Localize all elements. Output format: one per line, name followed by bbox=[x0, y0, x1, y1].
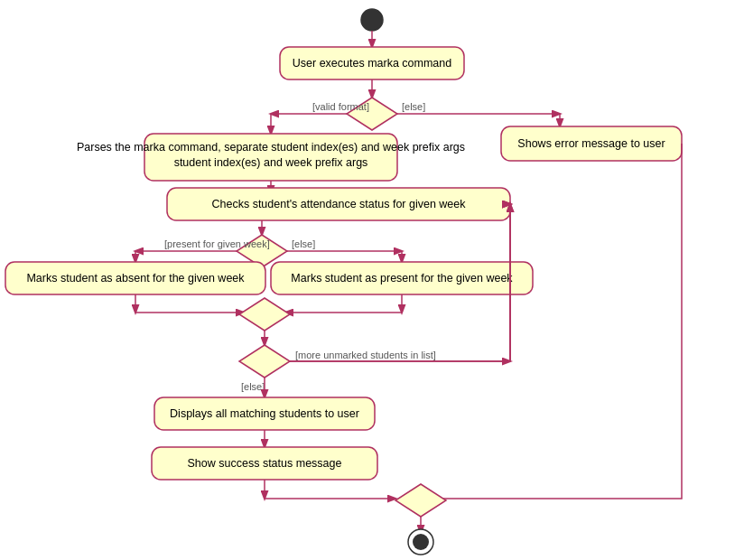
error-node-text: Shows error message to user bbox=[517, 137, 665, 150]
activity-diagram: User executes marka command [valid forma… bbox=[0, 0, 744, 560]
label-else3: [else] bbox=[241, 381, 265, 392]
present-node-text: Marks student as present for the given w… bbox=[291, 272, 513, 285]
execute-node-text: User executes marka command bbox=[293, 57, 452, 70]
success-node-text: Show success status message bbox=[188, 457, 342, 470]
absent-node-text: Marks student as absent for the given we… bbox=[26, 272, 245, 285]
label-else-right1: [else] bbox=[402, 101, 425, 112]
label-else2: [else] bbox=[292, 238, 315, 249]
label-valid-format: [valid format] bbox=[312, 101, 369, 112]
parse-node-text2: student index(es) and week prefix args bbox=[174, 156, 368, 169]
label-more-unmarked: [more unmarked students in list] bbox=[295, 350, 436, 360]
display-node-text: Displays all matching students to user bbox=[170, 407, 359, 420]
parse-node-text1: Parses the marka command, separate stude… bbox=[77, 141, 465, 154]
check-node-text: Checks student's attendance status for g… bbox=[211, 198, 466, 210]
label-present: [present for given week] bbox=[164, 238, 270, 249]
diamond-final bbox=[395, 484, 446, 517]
diamond-merge bbox=[239, 298, 290, 331]
diamond-more bbox=[239, 345, 290, 378]
start-node bbox=[361, 9, 383, 31]
end-node-inner bbox=[413, 534, 429, 550]
